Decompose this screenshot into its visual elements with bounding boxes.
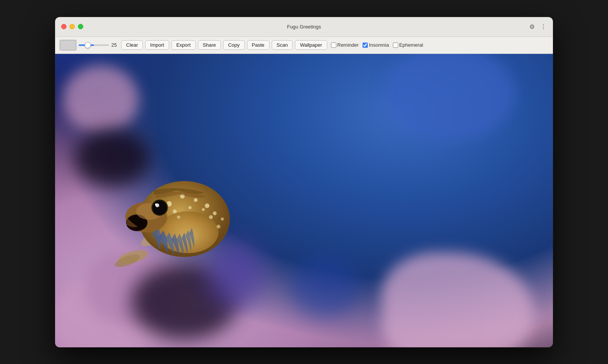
titlebar-actions: ⚙ ⋮	[529, 23, 547, 30]
reminder-label: Reminder	[337, 42, 359, 48]
svg-point-11	[188, 206, 192, 209]
svg-point-14	[221, 217, 224, 221]
svg-point-9	[213, 211, 217, 215]
svg-point-16	[217, 225, 220, 228]
copy-button[interactable]: Copy	[223, 40, 244, 50]
svg-point-7	[194, 198, 198, 202]
maximize-button[interactable]	[78, 24, 83, 29]
svg-point-10	[173, 210, 177, 213]
svg-point-23	[153, 201, 166, 214]
share-button[interactable]: Share	[198, 40, 221, 50]
ephemeral-checkbox[interactable]	[393, 43, 398, 48]
insomnia-checkbox[interactable]	[363, 43, 368, 48]
clear-button[interactable]: Clear	[121, 40, 143, 50]
coral-left-top	[63, 65, 139, 134]
import-button[interactable]: Import	[145, 40, 169, 50]
scan-button[interactable]: Scan	[272, 40, 293, 50]
app-window: Fugu Greetings ⚙ ⋮ 25 Clear Import Expor…	[55, 17, 553, 347]
coral-blue	[382, 54, 515, 141]
svg-point-13	[209, 215, 213, 219]
insomnia-label: Insomnia	[369, 42, 389, 48]
fish-svg	[93, 136, 238, 295]
checkboxes-group: Reminder Insomnia Ephemeral	[331, 42, 423, 48]
fish-container	[93, 136, 238, 295]
toolbar: 25 Clear Import Export Share Copy Paste …	[55, 37, 553, 54]
paste-button[interactable]: Paste	[247, 40, 269, 50]
export-button[interactable]: Export	[171, 40, 196, 50]
svg-point-12	[202, 208, 205, 211]
svg-point-15	[177, 216, 180, 219]
svg-point-8	[205, 203, 209, 208]
brush-size-slider[interactable]	[79, 44, 109, 46]
brush-size-value: 25	[111, 42, 119, 48]
svg-point-25	[155, 203, 157, 206]
titlebar: Fugu Greetings ⚙ ⋮	[55, 17, 553, 37]
reminder-checkbox-item[interactable]: Reminder	[331, 42, 359, 48]
slider-container: 25	[79, 42, 119, 48]
insomnia-checkbox-item[interactable]: Insomnia	[363, 42, 389, 48]
ephemeral-label: Ephemeral	[399, 42, 423, 48]
wallpaper-button[interactable]: Wallpaper	[295, 40, 327, 50]
coral-pink-right	[382, 252, 534, 347]
dark-blob-blue	[291, 256, 359, 317]
traffic-lights	[61, 24, 83, 29]
minimize-button[interactable]	[70, 24, 75, 29]
canvas-area[interactable]	[55, 54, 553, 347]
reminder-checkbox[interactable]	[331, 43, 336, 48]
plugin-icon[interactable]: ⚙	[529, 23, 535, 30]
ephemeral-checkbox-item[interactable]: Ephemeral	[393, 42, 423, 48]
menu-icon[interactable]: ⋮	[540, 23, 547, 30]
window-title: Fugu Greetings	[287, 24, 321, 30]
color-swatch[interactable]	[60, 40, 76, 50]
fish-scene	[55, 54, 553, 347]
close-button[interactable]	[61, 24, 66, 29]
